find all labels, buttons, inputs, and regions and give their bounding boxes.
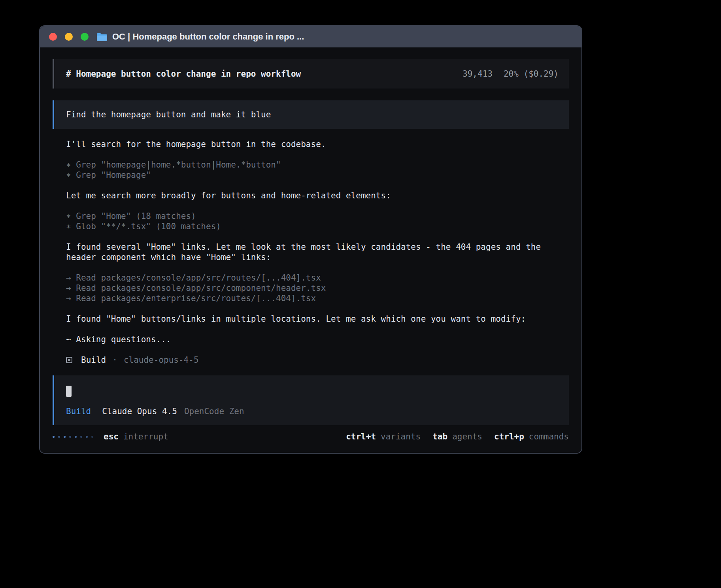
glob-tool-call: ∗ Glob "**/*.tsx" (100 matches) (66, 221, 569, 232)
variants-label: variants (381, 432, 421, 442)
model-name: Claude Opus 4.5 (102, 406, 177, 416)
variants-key: ctrl+t (346, 432, 376, 442)
close-button[interactable] (49, 33, 57, 41)
minimize-button[interactable] (65, 33, 73, 41)
shortcut-variants[interactable]: ctrl+t variants (346, 432, 421, 442)
assistant-transcript: I'll search for the homepage button in t… (53, 139, 569, 365)
agents-key: tab (432, 432, 447, 442)
commands-key: ctrl+p (494, 432, 524, 442)
status-bar-left: esc interrupt (53, 432, 168, 442)
read-tool-call: → Read packages/enterprise/src/routes/[.… (66, 293, 569, 303)
esc-key: esc (104, 432, 119, 442)
input-meta-row: Build Claude Opus 4.5 OpenCode Zen (66, 406, 559, 416)
esc-label: interrupt (123, 432, 168, 442)
user-message: Find the homepage button and make it blu… (53, 100, 569, 129)
status-bar: esc interrupt ctrl+t variants tab agents… (53, 432, 569, 442)
token-count: 39,413 (462, 69, 493, 79)
assistant-text: I found "Home" buttons/links in multiple… (66, 314, 569, 324)
context-cost: 20% ($0.29) (504, 69, 559, 79)
shortcut-agents[interactable]: tab agents (432, 432, 482, 442)
terminal-content: # Homepage button color change in repo w… (40, 59, 581, 454)
prompt-input[interactable]: Build Claude Opus 4.5 OpenCode Zen (53, 375, 569, 425)
spinner-icon (53, 436, 93, 438)
status-bar-right: ctrl+t variants tab agents ctrl+p comman… (346, 432, 569, 442)
assistant-text: Let me search more broadly for buttons a… (66, 190, 569, 201)
grep-tool-call: ∗ Grep "Homepage" (66, 170, 569, 180)
shortcut-interrupt[interactable]: esc interrupt (104, 432, 168, 442)
tool-call-group: ∗ Grep "homepage|home.*button|Home.*butt… (66, 160, 569, 180)
read-tool-call: → Read packages/console/app/src/routes/[… (66, 273, 569, 283)
zoom-button[interactable] (81, 33, 89, 41)
agents-label: agents (452, 432, 482, 442)
window-titlebar[interactable]: OC | Homepage button color change in rep… (40, 26, 581, 47)
commands-label: commands (529, 432, 569, 442)
asking-status-text: ~ Asking questions... (66, 334, 569, 345)
status-separator: · (112, 355, 117, 365)
assistant-text: I'll search for the homepage button in t… (66, 139, 569, 149)
shortcut-commands[interactable]: ctrl+p commands (494, 432, 569, 442)
agent-name: Build (81, 355, 106, 365)
user-message-text: Find the homepage button and make it blu… (66, 110, 271, 119)
grep-tool-call: ∗ Grep "homepage|home.*button|Home.*butt… (66, 160, 569, 170)
text-cursor (66, 386, 72, 397)
tool-call-group: ∗ Grep "Home" (18 matches) ∗ Glob "**/*.… (66, 211, 569, 232)
folder-icon (96, 32, 108, 41)
mode-indicator[interactable]: Build (66, 406, 91, 416)
window-title: OC | Homepage button color change in rep… (112, 32, 304, 42)
terminal-window: OC | Homepage button color change in rep… (39, 25, 582, 454)
read-tool-call: → Read packages/console/app/src/componen… (66, 283, 569, 293)
agent-status-line: Build · claude-opus-4-5 (66, 355, 569, 365)
session-title: # Homepage button color change in repo w… (66, 69, 301, 79)
agent-status-icon (66, 357, 72, 363)
session-stats: 39,413 20% ($0.29) (462, 69, 559, 79)
tool-call-group: → Read packages/console/app/src/routes/[… (66, 273, 569, 303)
window-controls (40, 33, 89, 41)
grep-tool-call: ∗ Grep "Home" (18 matches) (66, 211, 569, 221)
agent-model: claude-opus-4-5 (124, 355, 199, 365)
assistant-text: I found several "Home" links. Let me loo… (66, 242, 569, 262)
session-header: # Homepage button color change in repo w… (53, 59, 569, 89)
provider-name: OpenCode Zen (184, 406, 244, 416)
